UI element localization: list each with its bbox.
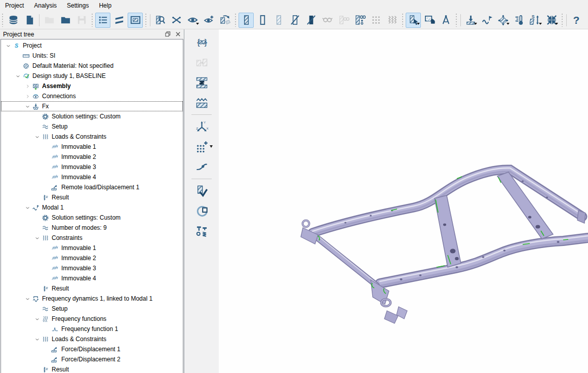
- move-part-button[interactable]: [217, 13, 232, 28]
- tree-item-result-fx[interactable]: Result: [1, 192, 183, 202]
- tree-item-result-modal[interactable]: Result: [1, 283, 183, 294]
- tree-item-units[interactable]: Units: SI: [1, 51, 183, 61]
- validate-part-button[interactable]: [192, 182, 211, 199]
- tree-item-default-material[interactable]: Default Material: Not specified: [1, 61, 183, 71]
- expander-icon[interactable]: [23, 92, 31, 100]
- tree-item-force-displacement-2[interactable]: Force/Displacement 2: [1, 354, 183, 364]
- tree-item-frequency-functions[interactable]: Frequency functions: [1, 314, 183, 324]
- menu-project[interactable]: Project: [0, 1, 29, 11]
- import-folder-button[interactable]: [58, 13, 73, 28]
- toolbar-drag-handle[interactable]: [561, 14, 564, 27]
- tree-item-design-study[interactable]: Design study 1, BASELINE: [1, 71, 183, 81]
- toggle-project-tree-button[interactable]: [95, 13, 110, 28]
- wireframe-mode-button[interactable]: [255, 13, 270, 28]
- toolbar-drag-handle[interactable]: [401, 14, 404, 27]
- tree-item-assembly[interactable]: Assembly: [1, 81, 183, 91]
- open-project-button[interactable]: [42, 13, 57, 28]
- tree-item-number-of-modes[interactable]: Number of modes: 9: [1, 223, 183, 233]
- tree-item-frequency-function-1[interactable]: Frequency function 1: [1, 324, 183, 334]
- tree-item-immovable-1[interactable]: Immovable 1: [1, 142, 183, 152]
- expander-icon[interactable]: [23, 295, 31, 303]
- toolbar-drag-handle[interactable]: [144, 14, 147, 27]
- float-panel-button[interactable]: [164, 31, 172, 38]
- expander-icon[interactable]: [23, 82, 31, 90]
- expander-icon[interactable]: [33, 335, 41, 343]
- stress-results-button[interactable]: [528, 13, 543, 28]
- tree-item-connections[interactable]: Connections: [1, 91, 183, 101]
- hide-unselected-button[interactable]: [303, 13, 319, 28]
- hide-selected-button[interactable]: [287, 13, 302, 28]
- tree-item-solution-settings[interactable]: Solution settings: Custom: [1, 111, 183, 121]
- tree-item-remote-load[interactable]: Remote load/Displacement 1: [1, 182, 183, 192]
- tree-item-result-fd[interactable]: Result: [1, 364, 183, 373]
- tree-item-frequency-dynamics[interactable]: Frequency dynamics 1, linked to Modal 1: [1, 294, 183, 304]
- model-viewport[interactable]: [219, 29, 588, 373]
- expander-icon[interactable]: [33, 133, 41, 141]
- tree-item-setup[interactable]: Setup: [1, 121, 183, 132]
- shaded-mode-button[interactable]: [239, 13, 254, 28]
- review-geometry-button[interactable]: [192, 202, 211, 220]
- tree-item-constraints[interactable]: Constraints: [1, 233, 183, 243]
- show-all-button[interactable]: [201, 13, 216, 28]
- expander-icon[interactable]: [33, 315, 41, 323]
- translucent-mode-button[interactable]: [271, 13, 286, 28]
- contact-conditions-button[interactable]: [192, 94, 211, 111]
- close-panel-button[interactable]: [174, 31, 182, 38]
- menu-analysis[interactable]: Analysis: [29, 1, 62, 11]
- new-project-button[interactable]: [22, 13, 37, 28]
- tree-item-loads-constraints[interactable]: Loads & Constraints: [1, 132, 183, 142]
- tree-item-immovable-2[interactable]: Immovable 2: [1, 152, 183, 162]
- show-points-button[interactable]: [368, 13, 383, 28]
- tree-item-setup-fd[interactable]: Setup: [1, 304, 183, 314]
- bolt-connections-button[interactable]: [192, 223, 211, 240]
- tree-item-immovable-2[interactable]: Immovable 2: [1, 253, 183, 263]
- bonded-contact-button[interactable]: [192, 74, 211, 91]
- toggle-model-view-button[interactable]: [128, 13, 143, 28]
- fit-to-view-button[interactable]: [544, 13, 559, 28]
- connect-parts-button[interactable]: [192, 54, 211, 71]
- tree-item-immovable-4[interactable]: Immovable 4: [1, 172, 183, 182]
- modal-results-button[interactable]: [479, 13, 494, 28]
- toolbar-drag-handle[interactable]: [455, 14, 458, 27]
- tree-item-project[interactable]: Project: [1, 40, 183, 51]
- tree-item-immovable-3[interactable]: Immovable 3: [1, 162, 183, 172]
- tree-item-immovable-3[interactable]: Immovable 3: [1, 263, 183, 273]
- box-select-button[interactable]: [422, 13, 437, 28]
- tree-item-immovable-4[interactable]: Immovable 4: [1, 273, 183, 283]
- add-points-button[interactable]: [192, 138, 211, 155]
- exchange-parts-button[interactable]: [169, 13, 184, 28]
- show-connections-button[interactable]: [384, 13, 400, 28]
- point-on-curve-button[interactable]: [192, 158, 211, 176]
- toolbar-drag-handle[interactable]: [234, 14, 237, 27]
- tree-item-solution-settings-modal[interactable]: Solution settings: Custom: [1, 213, 183, 223]
- menu-settings[interactable]: Settings: [62, 1, 94, 11]
- mask-options-button[interactable]: [352, 13, 367, 28]
- pick-part-button[interactable]: [406, 13, 421, 28]
- save-project-button[interactable]: [74, 13, 89, 28]
- toolbar-drag-handle[interactable]: [91, 14, 94, 27]
- expander-icon[interactable]: [4, 42, 12, 50]
- apply-loads-button[interactable]: [463, 13, 478, 28]
- measure-button[interactable]: [438, 13, 453, 28]
- mask-selected-button[interactable]: [336, 13, 351, 28]
- coordinate-system-button[interactable]: [192, 118, 211, 135]
- displacement-results-button[interactable]: [495, 13, 511, 28]
- tree-item-fx-analysis[interactable]: Fx: [1, 101, 183, 111]
- expander-icon[interactable]: [14, 72, 22, 80]
- expander-icon[interactable]: [33, 234, 41, 242]
- expander-icon[interactable]: [23, 203, 31, 212]
- tree-item-modal-1[interactable]: Modal 1: [1, 202, 183, 213]
- mask-parts-button[interactable]: [320, 13, 335, 28]
- tree-item-loads-constraints-fd[interactable]: Loads & Constraints: [1, 334, 183, 344]
- tree-item-force-displacement-1[interactable]: Force/Displacement 1: [1, 344, 183, 354]
- thermal-results-button[interactable]: [512, 13, 527, 28]
- connection-group-button[interactable]: [192, 33, 211, 51]
- tree-item-immovable-1[interactable]: Immovable 1: [1, 243, 183, 253]
- help-button[interactable]: ?: [569, 13, 584, 28]
- toolbar-drag-handle[interactable]: [1, 14, 4, 27]
- expander-icon[interactable]: [23, 102, 31, 110]
- find-part-button[interactable]: [152, 13, 168, 28]
- menu-help[interactable]: Help: [94, 1, 116, 11]
- toggle-notes-button[interactable]: [111, 13, 127, 28]
- show-hide-button[interactable]: [185, 13, 200, 28]
